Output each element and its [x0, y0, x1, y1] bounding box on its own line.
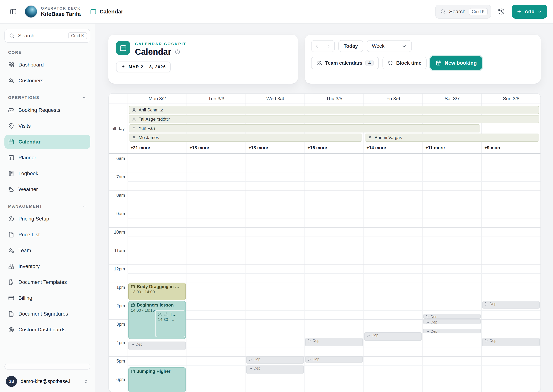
sidebar-item-document-signatures[interactable]: Document Signatures [4, 307, 90, 321]
all-day-event-title: Anil Schmitz [139, 107, 163, 112]
more-events-link[interactable]: +11 more [423, 145, 482, 150]
sidebar-item-dashboard[interactable]: Dashboard [4, 58, 90, 72]
day-column-0[interactable]: Body Dragging in …13:00 - 14:00Beginners… [128, 154, 186, 392]
logout-icon [425, 321, 429, 324]
users-icon [158, 312, 162, 316]
team-calendars-button[interactable]: Team calendars 4 [311, 57, 379, 69]
sidebar-item-visits[interactable]: Visits [4, 119, 90, 133]
global-search-button[interactable]: Search Cmd K [435, 5, 491, 19]
view-select-value: Week [372, 43, 385, 49]
day-column-1[interactable] [186, 154, 246, 392]
departure-block[interactable]: Dep [482, 301, 540, 308]
departure-block[interactable]: Dep [305, 338, 363, 346]
all-day-label: all-day [109, 126, 128, 131]
event-title: T… [170, 312, 177, 317]
sidebar-item-calendar[interactable]: Calendar [4, 135, 90, 149]
calendar-icon [131, 285, 135, 289]
sidebar-item-team[interactable]: Team [4, 244, 90, 258]
more-events-link[interactable]: +18 more [186, 145, 246, 150]
users-icon [8, 77, 14, 84]
more-events-link[interactable]: +18 more [246, 145, 305, 150]
departure-block[interactable]: Dep [482, 338, 540, 346]
date-range-badge[interactable]: MAR 2 – 8, 2026 [116, 62, 171, 72]
date-range-label: MAR 2 – 8, 2026 [129, 64, 166, 69]
event-jumping-higher[interactable]: Jumping Higher [128, 367, 186, 392]
cockpit-eyebrow: CALENDAR COCKPIT [135, 42, 186, 46]
departure-block[interactable]: Dep [246, 365, 304, 374]
all-day-event-mo-james[interactable]: Mo James [129, 133, 362, 142]
more-events-link[interactable]: +16 more [305, 145, 363, 150]
view-select[interactable]: Week [367, 40, 412, 52]
today-button[interactable]: Today [338, 40, 363, 52]
all-day-rows: Anil SchmitzTal ÁsgeirsdóttirYun FanMo J… [109, 105, 540, 142]
prev-week-button[interactable] [312, 41, 323, 52]
departure-block[interactable]: Dep [423, 329, 481, 333]
day-header-tue-3-3: Tue 3/3 [186, 94, 246, 104]
day-column-5[interactable]: DepDepDep [423, 154, 482, 392]
next-week-button[interactable] [323, 41, 334, 52]
day-header-wed-3-4: Wed 3/4 [246, 94, 305, 104]
departure-label: Dep [136, 342, 142, 346]
sidebar-item-customers[interactable]: Customers [4, 74, 90, 88]
brand[interactable]: OPERATOR DECK KiteBase Tarifa [25, 5, 81, 18]
help-icon[interactable] [175, 49, 180, 55]
sidebar-item-booking-requests[interactable]: Booking Requests [4, 103, 90, 117]
event-t[interactable]: T…14:30 - … [155, 310, 185, 337]
departure-block[interactable]: Dep [128, 342, 186, 350]
sidebar-item-planner[interactable]: Planner [4, 151, 90, 165]
sidebar-item-label: Inventory [18, 263, 40, 269]
sidebar-item-inventory[interactable]: Inventory [4, 259, 90, 273]
all-day-event-bunmi-vargas[interactable]: Bunmi Vargas [365, 133, 539, 142]
departure-block[interactable]: Dep [246, 356, 304, 364]
more-events-link[interactable]: +14 more [363, 145, 423, 150]
sidebar-item-custom-dashboards[interactable]: Custom Dashboards [4, 323, 90, 337]
brand-eyebrow: OPERATOR DECK [41, 6, 81, 11]
coin-icon [8, 216, 14, 222]
calendar-icon [8, 139, 14, 145]
day-header-sat-3-7: Sat 3/7 [423, 94, 482, 104]
sidebar-section-operations[interactable]: OPERATIONS [4, 95, 90, 100]
hour-label: 3pm [109, 322, 125, 327]
hour-label: 8am [109, 193, 125, 198]
sidebar-item-billing[interactable]: Billing [4, 291, 90, 305]
sidebar-item-label: Document Templates [18, 279, 67, 285]
sidebar-item-label: Team [18, 248, 31, 253]
sidebar-item-weather[interactable]: Weather [4, 182, 90, 196]
new-booking-button[interactable]: New booking [430, 56, 482, 70]
day-column-4[interactable]: Dep [363, 154, 423, 392]
add-button[interactable]: Add [512, 5, 547, 19]
departure-block[interactable]: Dep [364, 332, 422, 341]
sidebar-item-logbook[interactable]: Logbook [4, 167, 90, 181]
all-day-event-anil-schmitz[interactable]: Anil Schmitz [129, 106, 539, 114]
more-events-link[interactable]: +21 more [128, 145, 186, 150]
day-column-3[interactable]: DepDep [305, 154, 363, 392]
time-grid: 6am7am8am9am10am11am12pm1pm2pm3pm4pm5pm6… [109, 154, 540, 392]
event-body-dragging-in[interactable]: Body Dragging in …13:00 - 14:00 [128, 283, 186, 300]
weather-icon [8, 186, 14, 193]
file-icon [8, 231, 14, 238]
all-day-event-tal-sgeirsd-ttir[interactable]: Tal Ásgeirsdóttir [129, 115, 539, 123]
chevron-down-icon [402, 43, 407, 49]
sidebar-section-management[interactable]: MANAGEMENT [4, 204, 90, 209]
more-events-row: +21 more+18 more+18 more+16 more+14 more… [109, 142, 540, 153]
day-column-2[interactable]: DepDep [246, 154, 305, 392]
calendar-toolbar-card: Today Week Team calendars 4 B [305, 35, 541, 84]
departure-block[interactable]: Dep [305, 356, 363, 363]
user-menu-button[interactable]: SB demo-kite@spotbase.i [4, 374, 90, 388]
history-button[interactable] [495, 5, 508, 18]
chev-up-icon [81, 204, 87, 209]
more-events-link[interactable]: +9 more [482, 145, 540, 150]
departure-label: Dep [372, 333, 378, 337]
sidebar-item-document-templates[interactable]: Document Templates [4, 275, 90, 289]
departure-block[interactable]: Dep [423, 314, 481, 319]
block-time-button[interactable]: Block time [383, 57, 426, 69]
day-column-6[interactable]: DepDep [482, 154, 540, 392]
all-day-event-yun-fan[interactable]: Yun Fan [129, 124, 480, 133]
departure-block[interactable]: Dep [423, 319, 481, 324]
sidebar-item-pricing-setup[interactable]: Pricing Setup [4, 212, 90, 226]
sidebar-toggle-button[interactable] [7, 5, 20, 18]
hour-label: 6am [109, 156, 125, 161]
sidebar-item-price-list[interactable]: Price List [4, 228, 90, 242]
sidebar-item-label: Visits [18, 123, 31, 129]
sidebar-search-input[interactable]: Search Cmd K [4, 29, 90, 43]
